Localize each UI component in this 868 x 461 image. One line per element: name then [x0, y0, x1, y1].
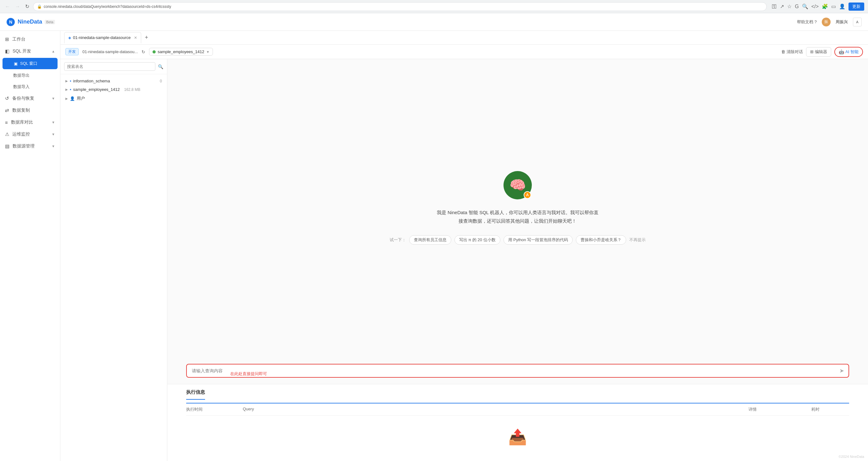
sidebar-label-sql-window: SQL 窗口: [20, 61, 37, 66]
sidebar-item-sql-window[interactable]: ▣ SQL 窗口: [2, 58, 58, 69]
ai-panel: 🧠 A 我是 NineData 智能 SQL 机器人，你可以用人类语言与我对话。…: [167, 59, 868, 461]
share-icon[interactable]: ↗: [780, 3, 784, 9]
tab-close-icon[interactable]: ✕: [134, 35, 137, 40]
url-text: console.ninedata.cloud/dataQuery/workben…: [44, 4, 171, 9]
sidebar-item-db-compare[interactable]: ≡ 数据库对比 ▼: [0, 116, 60, 128]
sidebar-label-compare: 数据库对比: [11, 120, 33, 125]
db-selector[interactable]: sample_employees_1412 ▼: [149, 48, 213, 56]
tab-label: 01-ninedata-sample-datasource: [73, 35, 131, 40]
translate-icon[interactable]: G: [795, 4, 799, 9]
col-query: Query: [243, 407, 748, 412]
chat-area: 🧠 A 我是 NineData 智能 SQL 机器人，你可以用人类语言与我对话。…: [167, 59, 868, 364]
help-doc-link[interactable]: 帮助文档 ?: [797, 19, 817, 25]
suggestion-btn-0[interactable]: 查询所有员工信息: [409, 235, 451, 245]
search-input[interactable]: [64, 62, 155, 71]
logo-area: N NineData Beta: [6, 18, 55, 26]
dev-badge: 开发: [65, 48, 79, 55]
tab-add-button[interactable]: +: [143, 33, 151, 42]
help-text: 帮助文档: [797, 19, 813, 25]
db-chevron-icon: ▼: [206, 50, 210, 54]
search-icon[interactable]: 🔍: [158, 64, 163, 69]
key-icon[interactable]: ⚿: [772, 4, 777, 9]
sidebar-item-sql-dev[interactable]: ◧ SQL 开发 ▲: [0, 45, 60, 57]
browser-bar: ← → ↻ 🔒 console.ninedata.cloud/dataQuery…: [0, 0, 868, 13]
reload-btn[interactable]: ↻: [24, 2, 31, 11]
tree-size-sample-emp: 162.8 MB: [124, 87, 140, 92]
sql-window-icon: ▣: [14, 61, 18, 66]
chevron-down-icon3: ▼: [52, 132, 55, 136]
back-btn[interactable]: ←: [4, 2, 11, 11]
code-icon[interactable]: </>: [811, 4, 818, 9]
sidebar-item-data-import[interactable]: 数据导入: [0, 81, 60, 92]
backup-icon: ↺: [5, 96, 9, 101]
sidebar-item-data-export[interactable]: 数据导出: [0, 70, 60, 81]
data-export-label: 数据导出: [13, 73, 30, 78]
address-bar[interactable]: 🔒 console.ninedata.cloud/dataQuery/workb…: [33, 2, 767, 11]
sidebar-item-datasource-mgmt[interactable]: ▤ 数据源管理 ▼: [0, 140, 60, 152]
update-button[interactable]: 更新: [848, 2, 864, 11]
extension-icon[interactable]: 🧩: [822, 3, 828, 9]
data-import-label: 数据导入: [13, 84, 30, 90]
chevron-down-icon: ▼: [52, 96, 55, 100]
try-label: 试一下：: [390, 237, 406, 243]
db-status-dot: [153, 50, 156, 54]
refresh-button[interactable]: ↻: [142, 50, 145, 54]
tree-chevron-icon3: ▶: [65, 97, 68, 100]
welcome-line1: 我是 NineData 智能 SQL 机器人，你可以用人类语言与我对话。我可以帮…: [437, 208, 598, 217]
datasource-name: 01-ninedata-sample-datasou...: [83, 50, 138, 54]
tree-chevron-icon: ▶: [65, 79, 68, 83]
tab-datasource[interactable]: ◈ 01-ninedata-sample-datasource ✕: [64, 32, 141, 43]
sidebar-label-replication: 数据复制: [12, 107, 30, 113]
copyright: ©2024 NineData: [839, 455, 865, 459]
logo-text: NineData: [18, 19, 42, 25]
suggestion-btn-1[interactable]: 写出 π 的 20 位小数: [455, 235, 500, 245]
suggestion-btn-3[interactable]: 曹操和小乔是啥关系？: [576, 235, 626, 245]
exec-table-header: 执行时间 Query 详情 耗时: [186, 403, 849, 416]
suggestion-btn-2[interactable]: 用 Python 写一段冒泡排序的代码: [503, 235, 573, 245]
app-body: ⊞ 工作台 ◧ SQL 开发 ▲ ▣ SQL 窗口 数据导出 数据导入 ↺ 备份…: [0, 31, 868, 461]
tree-count-info-schema: 0: [160, 79, 162, 83]
db-icon: ▪: [70, 79, 71, 83]
language-toggle[interactable]: A: [853, 18, 862, 26]
tree-label-info-schema: information_schema: [73, 79, 110, 83]
compare-icon: ≡: [5, 120, 8, 125]
lock-icon: 🔒: [37, 4, 42, 9]
toolbar-right: 🗑 清除对话 ⊞ 编辑器 🤖 AI 智能: [781, 47, 863, 57]
username: 周振兴: [836, 19, 848, 25]
tree-item-info-schema[interactable]: ▶ ▪ information_schema 0: [60, 77, 167, 85]
tree-item-sample-emp[interactable]: ▶ ▪ sample_employees_1412 162.8 MB: [60, 85, 167, 94]
sidebar-label-sql-dev: SQL 开发: [12, 49, 31, 54]
editor-button[interactable]: ⊞ 编辑器: [806, 47, 831, 57]
search-icon[interactable]: 🔍: [802, 3, 808, 9]
sidebar-item-data-replication[interactable]: ⇄ 数据复制: [0, 104, 60, 116]
star-icon[interactable]: ☆: [787, 3, 792, 9]
schema-panel: 🔍 ▶ ▪ information_schema 0 ▶ ▪ sample_em…: [60, 59, 167, 461]
sidebar-label-monitor: 运维监控: [12, 131, 30, 137]
tree-item-user[interactable]: ▶ 👤 用户: [60, 94, 167, 103]
sidebar-label-backup: 备份与恢复: [12, 96, 34, 101]
sidebar-label-datasource: 数据源管理: [12, 144, 35, 149]
chat-input[interactable]: [186, 364, 849, 378]
chevron-down-icon2: ▼: [52, 120, 55, 124]
suggestions: 试一下： 查询所有员工信息 写出 π 的 20 位小数 用 Python 写一段…: [390, 235, 646, 245]
sidebar-icon[interactable]: ▭: [831, 3, 836, 9]
tree-area: ▶ ▪ information_schema 0 ▶ ▪ sample_empl…: [60, 74, 167, 461]
replication-icon: ⇄: [5, 107, 9, 113]
tree-label-sample-emp: sample_employees_1412: [73, 87, 120, 92]
ai-icon: 🤖: [839, 50, 844, 54]
ai-button[interactable]: 🤖 AI 智能: [834, 47, 863, 57]
profile-icon[interactable]: 👤: [839, 3, 845, 9]
sidebar-item-backup[interactable]: ↺ 备份与恢复 ▼: [0, 92, 60, 104]
sidebar-item-ops-monitor[interactable]: ⚠ 运维监控 ▼: [0, 128, 60, 140]
sidebar-item-workbench[interactable]: ⊞ 工作台: [0, 33, 60, 45]
clear-icon: 🗑: [781, 50, 785, 54]
send-button[interactable]: ➤: [839, 367, 844, 374]
home-icon: ⊞: [5, 36, 9, 42]
forward-btn[interactable]: →: [14, 2, 21, 11]
question-icon: ?: [814, 20, 817, 24]
svg-text:N: N: [9, 20, 12, 25]
clear-dialog-button[interactable]: 🗑 清除对话: [781, 49, 803, 55]
no-show-button[interactable]: 不再提示: [629, 237, 646, 243]
execution-info: 执行信息 执行时间 Query 详情 耗时 📤: [167, 384, 868, 461]
tab-icon: ◈: [68, 35, 71, 40]
